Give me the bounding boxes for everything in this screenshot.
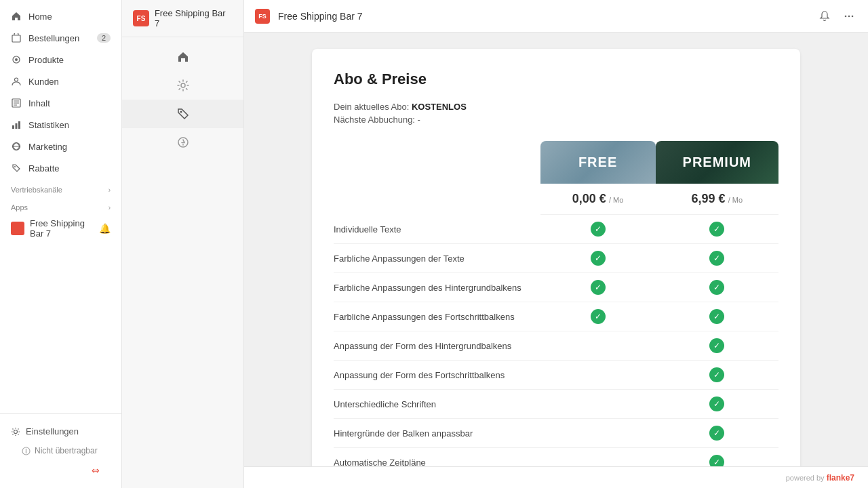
feature-row: Farbliche Anpassungen des Fortschrittbal… — [334, 302, 778, 331]
top-bar: FS Free Shipping Bar 7 — [244, 0, 868, 33]
svg-rect-0 — [12, 35, 20, 42]
check-free: ✓ — [591, 224, 606, 234]
feature-label: Farbliche Anpassungen des Fortschrittbal… — [334, 302, 540, 331]
main-content: FS Free Shipping Bar 7 Abo & Preise — [244, 0, 868, 488]
feature-premium-cell: ✓ — [656, 448, 778, 467]
app-icon: FS — [133, 10, 149, 26]
app-list-icon — [11, 222, 24, 235]
feature-row: Anpassung der Form des Fortschrittbalken… — [334, 361, 778, 390]
bell-icon[interactable]: 🔔 — [99, 223, 111, 234]
feature-premium-cell: ✓ — [656, 331, 778, 361]
feature-free-cell: ✓ — [540, 215, 656, 244]
sidebar-nav: Home Bestellungen 2 Produkte — [0, 0, 121, 413]
feature-label: Unterschiedliche Schriften — [334, 390, 540, 419]
feature-row: Hintergründe der Balken anpassbar✓ — [334, 419, 778, 448]
check-premium: ✓ — [709, 282, 724, 292]
powered-by-text: powered by flanke7 — [786, 473, 854, 483]
feature-label: Anpassung der Form des Fortschrittbalken… — [334, 361, 540, 390]
bell-button[interactable] — [816, 8, 833, 24]
svg-rect-7 — [18, 121, 20, 129]
app-list-item-freeshipping[interactable]: Free Shipping Bar 7 🔔 — [0, 214, 121, 243]
feature-row: Farbliche Anpassungen des Hintergrundbal… — [334, 273, 778, 302]
sidebar-item-content-label: Inhalt — [28, 98, 50, 108]
feature-free-cell — [540, 390, 656, 419]
pricing-table: FREE 0,00 € / Mo PREMIUM — [334, 141, 778, 466]
settings-item[interactable]: Einstellungen — [11, 422, 111, 441]
feature-premium-cell: ✓ — [656, 361, 778, 390]
pricing-title: Abo & Preise — [334, 70, 778, 88]
feature-free-cell — [540, 331, 656, 361]
svg-point-9 — [14, 166, 16, 167]
bell-icon — [819, 11, 830, 22]
feature-row: Anpassung der Form des Hintergrundbalken… — [334, 331, 778, 361]
app-nav-settings[interactable] — [122, 71, 243, 100]
sidebar-item-home[interactable]: Home — [0, 5, 121, 27]
feature-premium-cell: ✓ — [656, 273, 778, 302]
sidebar-item-orders[interactable]: Bestellungen 2 — [0, 27, 121, 49]
check-free: ✓ — [591, 282, 606, 292]
feature-premium-cell: ✓ — [656, 419, 778, 448]
footer-bar: powered by flanke7 — [244, 466, 868, 488]
svg-point-17 — [852, 15, 854, 17]
feature-free-cell — [540, 361, 656, 390]
app-nav — [122, 37, 243, 488]
current-plan-value: KOSTENLOS — [412, 102, 467, 112]
settings-label: Einstellungen — [26, 426, 79, 436]
feature-premium-cell: ✓ — [656, 390, 778, 419]
feature-free-cell — [540, 448, 656, 467]
current-plan: Dein aktuelles Abo: KOSTENLOS Nächste Ab… — [334, 102, 778, 125]
app-nav-support[interactable] — [122, 128, 243, 157]
feature-rows: Individuelle Texte✓✓Farbliche Anpassunge… — [334, 215, 778, 466]
feature-premium-cell: ✓ — [656, 302, 778, 331]
powered-brand: flanke7 — [827, 473, 854, 483]
check-premium: ✓ — [709, 428, 724, 438]
apps-section: Apps › — [0, 197, 121, 214]
feature-row: Automatische Zeitpläne✓ — [334, 448, 778, 467]
check-premium: ✓ — [709, 457, 724, 466]
customers-icon — [11, 76, 22, 87]
app-icon-text: FS — [137, 15, 146, 22]
svg-point-16 — [848, 15, 850, 17]
sidebar-item-customers[interactable]: Kunden — [0, 70, 121, 92]
sidebar-bottom: Einstellungen Nicht übertragbar ⇔ — [0, 413, 121, 488]
check-premium: ✓ — [709, 399, 724, 409]
app-nav-home[interactable] — [122, 43, 243, 71]
check-free: ✓ — [591, 253, 606, 263]
next-billing-text: Nächste Abbuchung: - — [334, 115, 778, 125]
premium-plan-label: PREMIUM — [683, 155, 751, 170]
orders-badge: 2 — [97, 33, 111, 43]
feature-label: Anpassung der Form des Hintergrundbalken… — [334, 331, 540, 361]
check-premium: ✓ — [709, 224, 724, 234]
sidebar-item-products[interactable]: Produkte — [0, 49, 121, 70]
sidebar-item-marketing-label: Marketing — [28, 142, 67, 152]
app-sidebar: FS Free Shipping Bar 7 — [122, 0, 244, 488]
app-nav-pricing-icon — [177, 108, 189, 120]
svg-rect-5 — [12, 125, 14, 129]
premium-plan-header: PREMIUM 6,99 € / Mo — [656, 141, 778, 215]
expand-arrows[interactable]: ⇔ — [81, 462, 111, 479]
plan-header-row: FREE 0,00 € / Mo PREMIUM — [334, 141, 778, 215]
discounts-icon — [11, 163, 22, 174]
sidebar-item-marketing[interactable]: Marketing — [0, 136, 121, 157]
feature-label: Individuelle Texte — [334, 215, 540, 244]
app-list-label: Free Shipping Bar 7 — [30, 218, 94, 239]
more-button[interactable] — [841, 8, 857, 24]
settings-icon — [11, 427, 20, 436]
sidebar-item-content[interactable]: Inhalt — [0, 92, 121, 114]
free-plan-price: 0,00 € / Mo — [540, 184, 656, 215]
sidebar-item-customers-label: Kunden — [28, 77, 59, 87]
sidebar-item-orders-label: Bestellungen — [28, 33, 79, 43]
sidebar-item-products-label: Produkte — [28, 55, 64, 65]
app-nav-pricing[interactable] — [122, 100, 243, 128]
check-premium: ✓ — [709, 253, 724, 263]
feature-free-cell — [540, 419, 656, 448]
app-title: Free Shipping Bar 7 — [155, 8, 233, 28]
free-plan-header: FREE 0,00 € / Mo — [540, 141, 656, 215]
next-billing-value: - — [418, 115, 420, 125]
sidebar-item-stats[interactable]: Statistiken — [0, 114, 121, 136]
sidebar-item-discounts[interactable]: Rabatte — [0, 157, 121, 179]
marketing-icon — [11, 141, 22, 152]
info-icon — [22, 447, 31, 455]
more-icon — [844, 11, 854, 22]
top-app-icon: FS — [255, 9, 270, 24]
